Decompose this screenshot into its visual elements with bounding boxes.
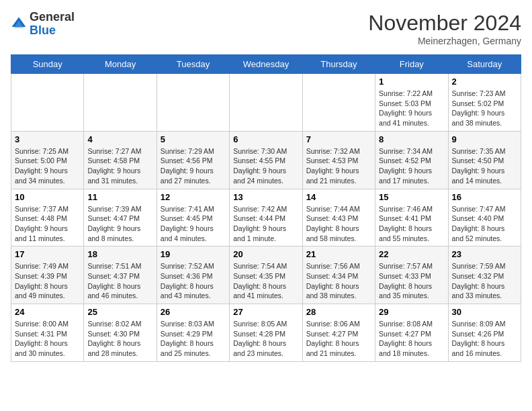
day-info: Sunrise: 7:22 AMSunset: 5:03 PMDaylight:… xyxy=(379,89,444,128)
calendar-cell: 25Sunrise: 8:02 AMSunset: 4:30 PMDayligh… xyxy=(84,304,157,362)
calendar-cell: 10Sunrise: 7:37 AMSunset: 4:48 PMDayligh… xyxy=(11,189,84,246)
calendar-cell: 14Sunrise: 7:44 AMSunset: 4:43 PMDayligh… xyxy=(302,189,375,246)
calendar-cell: 16Sunrise: 7:47 AMSunset: 4:40 PMDayligh… xyxy=(448,189,521,246)
day-info: Sunrise: 8:09 AMSunset: 4:26 PMDaylight:… xyxy=(452,319,517,359)
day-number: 30 xyxy=(452,307,517,317)
day-info: Sunrise: 7:35 AMSunset: 4:50 PMDaylight:… xyxy=(452,146,517,186)
weekday-header-cell: Tuesday xyxy=(157,55,229,74)
day-number: 2 xyxy=(452,77,517,87)
day-number: 18 xyxy=(87,249,152,259)
calendar-cell: 17Sunrise: 7:49 AMSunset: 4:39 PMDayligh… xyxy=(11,246,84,304)
day-number: 9 xyxy=(452,134,517,144)
day-info: Sunrise: 7:25 AMSunset: 5:00 PMDaylight:… xyxy=(15,146,80,186)
day-number: 8 xyxy=(379,134,444,144)
day-number: 22 xyxy=(379,249,444,259)
day-number: 11 xyxy=(87,192,152,202)
weekday-header-cell: Monday xyxy=(84,55,157,74)
day-info: Sunrise: 7:32 AMSunset: 4:53 PMDaylight:… xyxy=(306,146,371,186)
day-info: Sunrise: 7:47 AMSunset: 4:40 PMDaylight:… xyxy=(452,204,517,244)
day-number: 3 xyxy=(15,134,80,144)
calendar-cell: 24Sunrise: 8:00 AMSunset: 4:31 PMDayligh… xyxy=(11,304,84,362)
day-info: Sunrise: 7:44 AMSunset: 4:43 PMDaylight:… xyxy=(306,204,371,244)
calendar-cell: 26Sunrise: 8:03 AMSunset: 4:29 PMDayligh… xyxy=(157,304,229,362)
calendar-cell xyxy=(157,74,229,132)
day-number: 16 xyxy=(452,192,517,202)
day-number: 14 xyxy=(306,192,371,202)
calendar-cell: 6Sunrise: 7:30 AMSunset: 4:55 PMDaylight… xyxy=(230,131,302,189)
day-info: Sunrise: 7:54 AMSunset: 4:35 PMDaylight:… xyxy=(233,261,298,301)
calendar-cell: 15Sunrise: 7:46 AMSunset: 4:41 PMDayligh… xyxy=(375,189,448,246)
calendar-cell: 28Sunrise: 8:06 AMSunset: 4:27 PMDayligh… xyxy=(302,304,375,362)
day-info: Sunrise: 7:49 AMSunset: 4:39 PMDaylight:… xyxy=(15,261,80,301)
day-number: 5 xyxy=(161,134,226,144)
calendar-cell: 4Sunrise: 7:27 AMSunset: 4:58 PMDaylight… xyxy=(84,131,157,189)
day-number: 4 xyxy=(87,134,152,144)
weekday-header-cell: Friday xyxy=(375,55,448,74)
calendar-cell: 22Sunrise: 7:57 AMSunset: 4:33 PMDayligh… xyxy=(375,246,448,304)
calendar-cell: 29Sunrise: 8:08 AMSunset: 4:27 PMDayligh… xyxy=(375,304,448,362)
day-number: 26 xyxy=(161,307,226,317)
calendar-cell: 1Sunrise: 7:22 AMSunset: 5:03 PMDaylight… xyxy=(375,74,448,132)
day-number: 19 xyxy=(161,249,226,259)
calendar-cell xyxy=(230,74,302,132)
page-header: General Blue November 2024 Meinerzhagen,… xyxy=(11,11,521,46)
day-info: Sunrise: 8:05 AMSunset: 4:28 PMDaylight:… xyxy=(233,319,298,359)
calendar-cell: 3Sunrise: 7:25 AMSunset: 5:00 PMDaylight… xyxy=(11,131,84,189)
day-number: 23 xyxy=(452,249,517,259)
calendar-cell xyxy=(84,74,157,132)
weekday-header-cell: Saturday xyxy=(448,55,521,74)
day-number: 24 xyxy=(15,307,80,317)
day-info: Sunrise: 8:03 AMSunset: 4:29 PMDaylight:… xyxy=(161,319,226,359)
calendar-week-row: 3Sunrise: 7:25 AMSunset: 5:00 PMDaylight… xyxy=(11,131,521,189)
calendar-cell: 11Sunrise: 7:39 AMSunset: 4:47 PMDayligh… xyxy=(84,189,157,246)
day-info: Sunrise: 7:41 AMSunset: 4:45 PMDaylight:… xyxy=(161,204,226,244)
day-number: 27 xyxy=(233,307,298,317)
day-info: Sunrise: 7:59 AMSunset: 4:32 PMDaylight:… xyxy=(452,261,517,301)
day-number: 20 xyxy=(233,249,298,259)
calendar-week-row: 1Sunrise: 7:22 AMSunset: 5:03 PMDaylight… xyxy=(11,74,521,132)
calendar-body: 1Sunrise: 7:22 AMSunset: 5:03 PMDaylight… xyxy=(11,74,521,362)
title-block: November 2024 Meinerzhagen, Germany xyxy=(368,11,521,46)
calendar-cell: 8Sunrise: 7:34 AMSunset: 4:52 PMDaylight… xyxy=(375,131,448,189)
calendar-cell: 13Sunrise: 7:42 AMSunset: 4:44 PMDayligh… xyxy=(230,189,302,246)
day-info: Sunrise: 8:08 AMSunset: 4:27 PMDaylight:… xyxy=(379,319,444,359)
month-title: November 2024 xyxy=(368,11,521,36)
calendar-week-row: 10Sunrise: 7:37 AMSunset: 4:48 PMDayligh… xyxy=(11,189,521,246)
day-number: 29 xyxy=(379,307,444,317)
calendar-cell: 23Sunrise: 7:59 AMSunset: 4:32 PMDayligh… xyxy=(448,246,521,304)
location-subtitle: Meinerzhagen, Germany xyxy=(368,36,521,46)
day-info: Sunrise: 7:57 AMSunset: 4:33 PMDaylight:… xyxy=(379,261,444,301)
calendar-cell: 12Sunrise: 7:41 AMSunset: 4:45 PMDayligh… xyxy=(157,189,229,246)
calendar-cell: 5Sunrise: 7:29 AMSunset: 4:56 PMDaylight… xyxy=(157,131,229,189)
calendar-cell: 20Sunrise: 7:54 AMSunset: 4:35 PMDayligh… xyxy=(230,246,302,304)
day-info: Sunrise: 7:51 AMSunset: 4:37 PMDaylight:… xyxy=(87,261,152,301)
day-info: Sunrise: 7:42 AMSunset: 4:44 PMDaylight:… xyxy=(233,204,298,244)
calendar-cell: 30Sunrise: 8:09 AMSunset: 4:26 PMDayligh… xyxy=(448,304,521,362)
day-info: Sunrise: 7:37 AMSunset: 4:48 PMDaylight:… xyxy=(15,204,80,244)
day-number: 12 xyxy=(161,192,226,202)
logo-icon xyxy=(11,16,27,32)
day-info: Sunrise: 7:52 AMSunset: 4:36 PMDaylight:… xyxy=(161,261,226,301)
day-number: 1 xyxy=(379,77,444,87)
day-number: 7 xyxy=(306,134,371,144)
day-number: 10 xyxy=(15,192,80,202)
weekday-header-cell: Thursday xyxy=(302,55,375,74)
day-number: 28 xyxy=(306,307,371,317)
day-number: 15 xyxy=(379,192,444,202)
weekday-header-cell: Wednesday xyxy=(230,55,302,74)
logo: General Blue xyxy=(11,11,75,38)
calendar-week-row: 17Sunrise: 7:49 AMSunset: 4:39 PMDayligh… xyxy=(11,246,521,304)
calendar-cell xyxy=(11,74,84,132)
calendar-cell: 7Sunrise: 7:32 AMSunset: 4:53 PMDaylight… xyxy=(302,131,375,189)
weekday-header-row: SundayMondayTuesdayWednesdayThursdayFrid… xyxy=(11,55,521,74)
logo-blue: Blue xyxy=(30,24,56,37)
weekday-header-cell: Sunday xyxy=(11,55,84,74)
calendar-cell xyxy=(302,74,375,132)
logo-general: General xyxy=(30,10,75,24)
calendar-table: SundayMondayTuesdayWednesdayThursdayFrid… xyxy=(11,54,521,362)
calendar-cell: 18Sunrise: 7:51 AMSunset: 4:37 PMDayligh… xyxy=(84,246,157,304)
day-number: 6 xyxy=(233,134,298,144)
day-info: Sunrise: 7:29 AMSunset: 4:56 PMDaylight:… xyxy=(161,146,226,186)
day-info: Sunrise: 7:23 AMSunset: 5:02 PMDaylight:… xyxy=(452,89,517,128)
day-info: Sunrise: 8:00 AMSunset: 4:31 PMDaylight:… xyxy=(15,319,80,359)
